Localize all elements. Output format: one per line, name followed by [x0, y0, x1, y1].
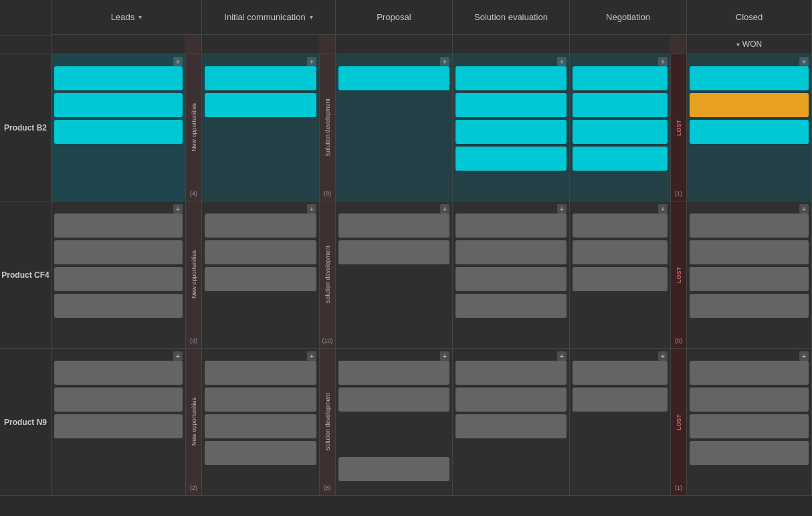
cf4-sol-eval-card-3[interactable] [455, 267, 567, 291]
n9-neg-card-1[interactable] [573, 361, 668, 385]
cf4-initial-card-3[interactable] [205, 267, 316, 291]
n9-won-lane: + [687, 349, 812, 495]
closed-chevron-icon[interactable]: ▾ [736, 41, 740, 48]
b2-sol-eval-card-4[interactable] [455, 147, 567, 171]
cf4-initial-card-2[interactable] [205, 240, 316, 264]
b2-leads-card-1[interactable] [54, 66, 183, 90]
cf4-sol-dev-label: Solution development [324, 246, 331, 304]
b2-leads-card-2[interactable] [54, 93, 183, 117]
n9-initial-card-2[interactable] [205, 388, 316, 412]
b2-won-lane: + [687, 54, 812, 201]
b2-neg-card-3[interactable] [573, 120, 668, 144]
n9-sol-eval-card-3[interactable] [455, 414, 567, 438]
n9-sol-eval-lane: + [453, 349, 570, 495]
b2-sol-dev-count: (9) [324, 190, 331, 197]
cf4-proposal-card-2[interactable] [338, 240, 449, 264]
n9-sol-eval-add[interactable]: + [557, 351, 567, 361]
b2-lost-label: LOST [676, 120, 682, 136]
b2-proposal-card-1[interactable] [338, 66, 449, 90]
cf4-initial-card-1[interactable] [205, 213, 316, 238]
n9-proposal-card-3[interactable] [338, 457, 449, 481]
cf4-won-add[interactable]: + [799, 204, 809, 213]
n9-initial-card-1[interactable] [205, 361, 316, 385]
b2-neg-card-2[interactable] [573, 93, 668, 117]
b2-neg-card-4[interactable] [573, 147, 668, 171]
cf4-leads-card-1[interactable] [54, 213, 183, 238]
n9-negotiation-add[interactable]: + [658, 351, 668, 361]
b2-won-card-3[interactable] [690, 120, 809, 144]
n9-sol-eval-card-1[interactable] [455, 361, 567, 385]
cf4-initial-add[interactable]: + [307, 204, 316, 213]
won-label: WON [742, 39, 762, 49]
cf4-neg-card-2[interactable] [573, 240, 668, 264]
cf4-sol-dev-sublane: Solution development (10) [319, 201, 336, 348]
cf4-initial-lane: + [202, 201, 319, 348]
product-cf4-label: Product CF4 [0, 201, 52, 348]
b2-neg-card-1[interactable] [573, 66, 668, 90]
n9-proposal-add[interactable]: + [440, 351, 449, 361]
n9-leads-lane: + [52, 349, 185, 495]
cf4-sol-eval-card-2[interactable] [455, 240, 567, 264]
n9-new-opp-label: New opportunities [191, 398, 197, 446]
cf4-proposal-card-1[interactable] [338, 213, 449, 238]
n9-won-card-1[interactable] [690, 361, 809, 385]
n9-won-card-4[interactable] [690, 441, 809, 465]
cf4-leads-add[interactable]: + [173, 204, 183, 213]
b2-leads-add[interactable]: + [173, 57, 183, 66]
b2-won-card-2[interactable] [690, 93, 809, 117]
cf4-negotiation-add[interactable]: + [658, 204, 668, 213]
b2-new-opp-count: (4) [190, 190, 197, 197]
cf4-sol-eval-card-1[interactable] [455, 213, 567, 238]
n9-neg-card-2[interactable] [573, 388, 668, 412]
b2-proposal-lane: + [336, 54, 453, 201]
b2-initial-card-2[interactable] [205, 93, 316, 117]
n9-leads-card-3[interactable] [54, 414, 183, 438]
cf4-won-card-2[interactable] [690, 240, 809, 264]
n9-leads-card-1[interactable] [54, 361, 183, 385]
n9-proposal-card-2[interactable] [338, 388, 449, 412]
cf4-won-card-4[interactable] [690, 294, 809, 318]
n9-won-card-2[interactable] [690, 388, 809, 412]
n9-initial-card-4[interactable] [205, 441, 316, 465]
n9-initial-card-3[interactable] [205, 414, 316, 438]
leads-header-label: Leads [111, 12, 134, 22]
b2-won-add[interactable]: + [799, 57, 809, 66]
cf4-leads-card-2[interactable] [54, 240, 183, 264]
cf4-lost-count: (0) [675, 337, 682, 344]
n9-won-add[interactable]: + [799, 351, 809, 361]
b2-leads-card-3[interactable] [54, 120, 183, 144]
b2-initial-card-1[interactable] [205, 66, 316, 90]
b2-negotiation-lane: + [570, 54, 670, 201]
b2-sol-eval-card-3[interactable] [455, 120, 567, 144]
b2-sol-eval-card-2[interactable] [455, 93, 567, 117]
n9-initial-add[interactable]: + [307, 351, 316, 361]
n9-leads-card-2[interactable] [54, 388, 183, 412]
cf4-neg-card-1[interactable] [573, 213, 668, 238]
cf4-leads-card-3[interactable] [54, 267, 183, 291]
b2-negotiation-add[interactable]: + [658, 57, 668, 66]
n9-leads-add[interactable]: + [173, 351, 183, 361]
b2-lost-count: (1) [675, 190, 682, 197]
cf4-sol-eval-card-4[interactable] [455, 294, 567, 318]
cf4-new-opp-label: New opportunities [191, 250, 197, 298]
b2-sol-eval-add[interactable]: + [557, 57, 567, 66]
cf4-won-card-1[interactable] [690, 213, 809, 238]
b2-won-card-1[interactable] [690, 66, 809, 90]
b2-initial-add[interactable]: + [307, 57, 316, 66]
n9-won-card-3[interactable] [690, 414, 809, 438]
n9-sol-eval-card-2[interactable] [455, 388, 567, 412]
n9-proposal-card-1[interactable] [338, 361, 449, 385]
cf4-leads-lane: + [52, 201, 185, 348]
product-n9-label: Product N9 [0, 349, 52, 495]
b2-proposal-add[interactable]: + [440, 57, 449, 66]
cf4-leads-card-4[interactable] [54, 294, 183, 318]
cf4-won-card-3[interactable] [690, 267, 809, 291]
n9-lost-sublane: LOST (1) [670, 349, 687, 495]
cf4-sol-eval-add[interactable]: + [557, 204, 567, 213]
solution-eval-header-label: Solution evaluation [474, 12, 548, 22]
initial-chevron-icon[interactable]: ▾ [310, 13, 313, 21]
leads-chevron-icon[interactable]: ▾ [138, 13, 142, 21]
cf4-neg-card-3[interactable] [573, 267, 668, 291]
cf4-proposal-add[interactable]: + [440, 204, 449, 213]
b2-sol-eval-card-1[interactable] [455, 66, 567, 90]
